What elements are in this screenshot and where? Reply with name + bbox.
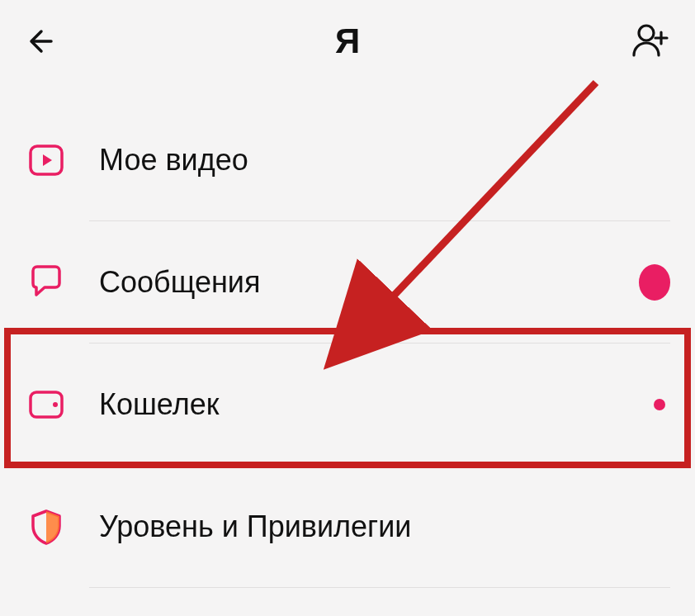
back-arrow-icon <box>26 23 63 59</box>
divider <box>89 587 670 588</box>
video-icon <box>25 139 68 182</box>
back-button[interactable] <box>23 20 66 63</box>
menu-item-label: Мое видео <box>99 143 248 178</box>
svg-point-3 <box>53 402 58 407</box>
add-friend-button[interactable] <box>629 20 672 63</box>
menu-item-label: Кошелек <box>99 387 219 422</box>
notification-dot <box>654 399 665 410</box>
menu-item-label: Сообщения <box>99 265 260 300</box>
shield-icon <box>25 505 68 548</box>
menu-item-level[interactable]: Уровень и Привилегии <box>0 466 695 588</box>
menu-item-messages[interactable]: Сообщения <box>0 221 695 344</box>
menu-item-wallet[interactable]: Кошелек <box>0 344 695 466</box>
svg-point-0 <box>639 26 654 40</box>
chat-icon <box>25 261 68 304</box>
menu-list: Мое видео Сообщения Кошелек <box>0 83 695 588</box>
add-user-icon <box>630 21 671 62</box>
menu-item-label: Уровень и Привилегии <box>99 509 411 544</box>
notification-badge <box>639 264 670 301</box>
wallet-icon <box>25 383 68 426</box>
page-title: Я <box>335 21 360 61</box>
header: Я <box>0 0 695 83</box>
menu-item-my-video[interactable]: Мое видео <box>0 99 695 221</box>
